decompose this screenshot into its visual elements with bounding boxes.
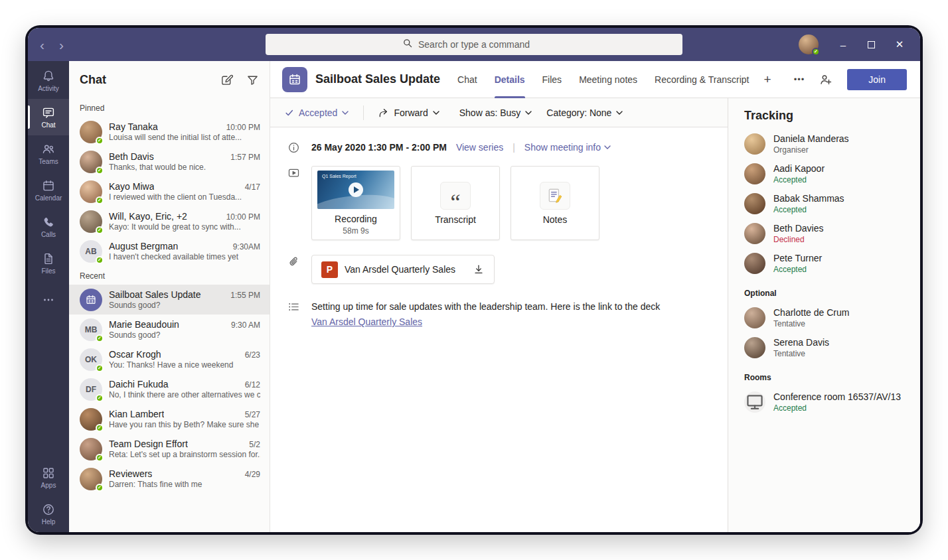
chat-list-item[interactable]: OK✓Oscar Krogh6/23You: Thanks! Have a ni…: [69, 344, 270, 374]
chat-list-item[interactable]: AB✓August Bergman9:30AMI haven't checked…: [69, 236, 270, 266]
search-bar[interactable]: [266, 34, 682, 55]
tab-details[interactable]: Details: [495, 61, 525, 98]
chat-list-item[interactable]: MB✓Marie Beaudouin9:30 AMSounds good?: [69, 315, 270, 344]
tab-files[interactable]: Files: [542, 61, 562, 98]
rail-item-apps[interactable]: Apps: [28, 459, 69, 496]
more-options-icon[interactable]: •••: [794, 74, 805, 84]
tab-recording-transcript[interactable]: Recording & Transcript: [655, 61, 749, 98]
maximize-button[interactable]: [868, 41, 875, 48]
download-icon[interactable]: [473, 263, 485, 275]
chevron-down-icon: [525, 111, 532, 115]
add-tab-button[interactable]: +: [763, 72, 771, 87]
transcript-label: Transcript: [435, 214, 476, 225]
rail-item-calendar[interactable]: Calendar: [28, 172, 69, 208]
chat-list-item[interactable]: ✓Reviewers4/29Darren: Thats fine with me: [69, 464, 270, 494]
rail-item-help[interactable]: Help: [28, 496, 69, 532]
attendee-avatar: [744, 223, 765, 244]
rail-item-label: Calls: [41, 231, 56, 238]
chat-name: Reviewers: [109, 468, 152, 479]
chat-name: Kian Lambert: [109, 409, 164, 419]
notes-card[interactable]: Notes: [511, 166, 599, 240]
rail-item-teams[interactable]: Teams: [28, 135, 69, 172]
rail-item-activity[interactable]: Activity: [28, 62, 69, 99]
chevron-down-icon: [604, 145, 611, 149]
optional-attendee-list: Charlotte de CrumTentativeSerena DavisTe…: [744, 307, 904, 358]
chat-avatar: ✓: [80, 180, 102, 203]
presence-available-icon: ✓: [96, 424, 104, 432]
forward-arrow-icon: [378, 108, 389, 117]
attendee-row: Pete TurnerAccepted: [744, 253, 904, 274]
meeting-time-row: 26 May 2020 1:30 PM - 2:00 PM View serie…: [286, 141, 712, 154]
chat-list-item[interactable]: DF✓Daichi Fukuda6/12No, I think there ar…: [69, 374, 270, 404]
rail-item-label: Teams: [39, 158, 58, 165]
tab-chat[interactable]: Chat: [457, 61, 477, 98]
deck-link[interactable]: Van Arsdel Quarterly Sales: [311, 316, 422, 327]
chat-timestamp: 6/12: [245, 380, 260, 389]
add-participant-icon[interactable]: [819, 73, 832, 86]
new-chat-icon[interactable]: [220, 74, 233, 86]
rail-item-label: Help: [42, 518, 56, 525]
info-icon: [286, 141, 301, 154]
initials-avatar: MB✓: [80, 318, 102, 341]
chat-name: Sailboat Sales Update: [109, 289, 201, 300]
attendee-name: Pete Turner: [773, 253, 822, 263]
chat-list-item[interactable]: ✓Beth Davis1:57 PMThanks, that would be …: [69, 147, 270, 176]
chat-timestamp: 6/23: [245, 350, 260, 360]
below-header: Accepted Forward Show as: Busy: [270, 98, 920, 532]
attendee-row: Daniela ManderasOrganiser: [744, 133, 904, 155]
view-series-link[interactable]: View series: [456, 142, 503, 153]
forward-icon[interactable]: ›: [59, 38, 64, 52]
chat-timestamp: 4/29: [245, 470, 260, 479]
filter-icon[interactable]: [246, 74, 259, 86]
show-as-dropdown[interactable]: Show as: Busy: [459, 107, 532, 118]
show-meeting-info-link[interactable]: Show meeting info: [524, 142, 611, 153]
agenda-icon: [286, 300, 301, 313]
chat-item-text: Kayo Miwa4/17I reviewed with the client …: [109, 181, 260, 202]
chat-preview: No, I think there are other alternatives…: [109, 390, 260, 399]
meeting-details-main: Accepted Forward Show as: Busy: [270, 98, 728, 532]
search-input[interactable]: [418, 39, 591, 50]
chat-avatar: ✓: [80, 121, 102, 143]
phone-icon: [42, 216, 55, 229]
chat-list-item[interactable]: ✓Team Design Effort5/2Reta: Let's set up…: [69, 434, 270, 464]
chat-list-item[interactable]: ✓Ray Tanaka10:00 PMLouisa will send the …: [69, 117, 270, 147]
back-icon[interactable]: ‹: [40, 38, 44, 52]
chat-item-top: August Bergman9:30AM: [109, 241, 260, 251]
chat-name: Will, Kayo, Eric, +2: [109, 211, 187, 222]
join-button[interactable]: Join: [847, 69, 907, 90]
chat-list-item[interactable]: ✓Kian Lambert5/27Have you ran this by Be…: [69, 404, 270, 434]
tab-meeting-notes[interactable]: Meeting notes: [579, 61, 637, 98]
recording-card[interactable]: Q1 Sales Report Recording 58m 9s: [311, 166, 400, 240]
rail-item-files[interactable]: Files: [28, 245, 69, 281]
attachment-chip[interactable]: P Van Arsdel Quarterly Sales: [311, 255, 495, 284]
chevron-down-icon: [433, 111, 439, 115]
chat-item-top: Will, Kayo, Eric, +210:00 PM: [109, 211, 260, 222]
chat-item-text: Daichi Fukuda6/12No, I think there are o…: [109, 379, 260, 399]
rsvp-dropdown[interactable]: Accepted: [285, 107, 349, 118]
transcript-card[interactable]: “ Transcript: [411, 166, 500, 240]
chat-list-item[interactable]: ✓Kayo Miwa4/17I reviewed with the client…: [69, 176, 270, 206]
tracking-title: Tracking: [744, 109, 904, 123]
forward-dropdown[interactable]: Forward: [378, 107, 439, 118]
app-rail: ActivityChatTeamsCalendarCallsFilesAppsH…: [28, 61, 69, 532]
attendee-avatar: [744, 337, 765, 358]
minimize-button[interactable]: –: [838, 39, 848, 50]
category-dropdown[interactable]: Category: None: [546, 107, 623, 118]
user-avatar[interactable]: ✓: [799, 35, 819, 54]
rail-item-chat[interactable]: Chat: [28, 99, 69, 135]
chat-list-item[interactable]: Sailboat Sales Update1:55 PMSounds good?: [69, 285, 270, 315]
attendee-row: Charlotte de CrumTentative: [744, 307, 904, 328]
close-button[interactable]: ✕: [895, 38, 904, 50]
chat-list-item[interactable]: ✓Will, Kayo, Eric, +210:00 PMKayo: It wo…: [69, 206, 270, 236]
description-row: Setting up time for sale updates with th…: [286, 300, 712, 328]
meeting-region: Sailboat Sales Update ChatDetailsFilesMe…: [270, 61, 920, 532]
titlebar-right: ✓ – ✕: [799, 35, 904, 54]
notes-label: Notes: [543, 214, 568, 225]
attendee-text: Conference room 16537/AV/13Accepted: [773, 391, 901, 413]
attendee-list: Daniela ManderasOrganiserAadi KapoorAcce…: [744, 133, 904, 274]
chat-panel-header: Chat: [69, 61, 270, 98]
rail-item-calls[interactable]: Calls: [28, 208, 69, 245]
presence-available-icon: ✓: [96, 226, 104, 234]
rail-item-more[interactable]: [28, 281, 69, 318]
attendee-row: Serena DavisTentative: [744, 337, 904, 358]
